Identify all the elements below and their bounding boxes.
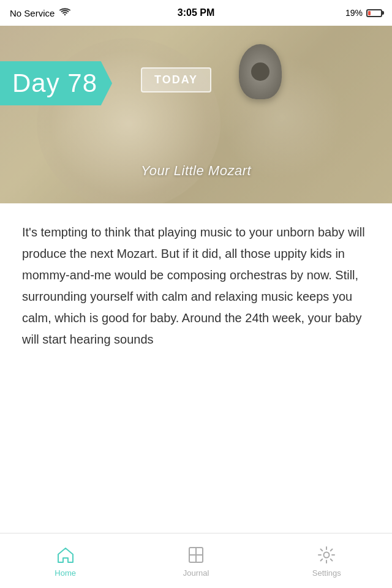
tab-journal[interactable]: Journal: [130, 538, 261, 584]
settings-icon: [316, 545, 337, 565]
day-label: Day 78: [12, 69, 97, 97]
carrier-text: No Service: [10, 8, 55, 18]
tab-settings-label: Settings: [312, 568, 341, 578]
status-right: 19%: [345, 8, 382, 18]
tab-bar: Home Journal Settings: [0, 533, 392, 588]
status-bar: No Service 3:05 PM 19%: [0, 0, 392, 26]
journal-icon: [186, 545, 206, 565]
day-badge: Day 78: [0, 61, 112, 105]
today-label: TODAY: [154, 74, 198, 86]
tab-journal-label: Journal: [183, 568, 209, 578]
wifi-icon: [59, 8, 70, 18]
battery-icon: [366, 9, 382, 17]
tab-home[interactable]: Home: [0, 538, 130, 584]
hero-subtitle: Your Little Mozart: [0, 163, 392, 179]
article-content: It's tempting to think that playing musi…: [0, 203, 392, 539]
tab-settings[interactable]: Settings: [262, 538, 392, 584]
home-icon: [55, 545, 76, 565]
svg-point-3: [324, 552, 330, 557]
hero-subtitle-text: Your Little Mozart: [141, 163, 251, 178]
status-left: No Service: [10, 8, 70, 18]
status-time: 3:05 PM: [178, 7, 214, 18]
today-badge: TODAY: [141, 67, 211, 92]
article-body: It's tempting to think that playing musi…: [22, 222, 370, 350]
battery-percent: 19%: [345, 8, 363, 18]
tab-home-label: Home: [55, 568, 76, 578]
hero-image: Day 78 TODAY Your Little Mozart: [0, 26, 392, 203]
